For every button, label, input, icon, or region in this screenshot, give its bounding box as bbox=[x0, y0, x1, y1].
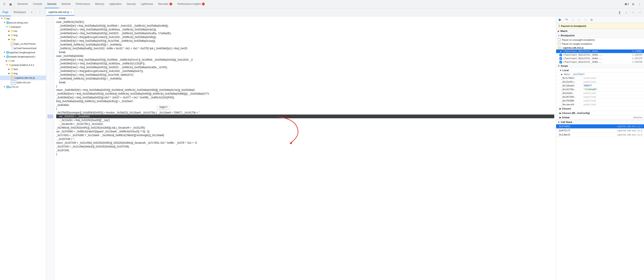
bp-checkbox-2[interactable] bbox=[560, 54, 562, 56]
code-line-3: _0x4639e5['mu'] = this[_0x425d8a(0x553)]… bbox=[56, 28, 554, 32]
local-scope-header[interactable]: ▼ Local bbox=[556, 68, 644, 72]
folder-icon: 📁 bbox=[11, 72, 14, 75]
call-stack-header[interactable]: ▼ Call Stack bbox=[556, 120, 644, 124]
tab-performance-insights[interactable]: Performance insights 🔴 bbox=[175, 0, 208, 8]
code-line-18: } bbox=[56, 84, 554, 88]
deactivate-breakpoints-button[interactable]: ⊘ bbox=[589, 18, 594, 22]
tab-security[interactable]: Security bbox=[124, 0, 138, 8]
tree-item-captcha1[interactable]: ▼ 🌐 captcha1.fengkongcloud bbox=[0, 50, 46, 54]
code-line-0: break; bbox=[56, 16, 554, 20]
this-arrow-icon: ▶ bbox=[561, 73, 563, 76]
breakpoint-item-3[interactable]: (function(_0x2c2fc5,_0x0x... 1:181379 bbox=[556, 57, 644, 60]
tree-item-css[interactable]: ▶ 📁 css bbox=[0, 29, 46, 33]
pause-caught-checkbox[interactable] bbox=[558, 42, 560, 45]
folder-icon: 📁 bbox=[8, 63, 12, 67]
this-val[interactable]: _0x379d2f bbox=[572, 73, 585, 76]
settings-button[interactable]: ⚙ bbox=[630, 1, 636, 7]
tab-elements[interactable]: Elements bbox=[15, 0, 30, 8]
bp-checkbox-1[interactable] bbox=[560, 50, 562, 53]
folder-expand-icon: ▼ bbox=[1, 16, 3, 20]
call-stack-item-1[interactable]: _0x2fa022 captcha-sdk.min.js:1 bbox=[556, 124, 644, 128]
tree-item-passport[interactable]: ▼ 📁 passport bbox=[0, 25, 46, 29]
scope-arrow-icon: ▼ bbox=[558, 65, 560, 67]
breakpoint-item-2[interactable]: (function(_0x2c2fc5,_0x0x... 1:180154 bbox=[556, 53, 644, 57]
code-line-4: _0x4639e5['ww'] = this[_0x425d8a(0x553)]… bbox=[56, 32, 554, 35]
search-in-file-button[interactable]: ⌕ bbox=[624, 10, 629, 15]
pause-uncaught-row[interactable]: Pause on uncaught exceptions bbox=[556, 38, 644, 42]
code-scrollable[interactable]: - - - - - - - - - - - - - - - - - bbox=[46, 16, 556, 280]
pause-caught-row[interactable]: Pause on caught exceptions bbox=[556, 42, 644, 46]
step-out-button[interactable]: ↑ bbox=[577, 18, 581, 22]
pause-uncaught-checkbox[interactable] bbox=[558, 38, 560, 41]
step-into-button[interactable]: ↓ bbox=[570, 18, 575, 22]
call-stack-item-3[interactable]: _0x13be31 captcha-sdk.min.js:1 bbox=[556, 133, 644, 137]
code-line-22: this[_0x425d8a(0xa30)][_0x6f9c3c[_0x425d… bbox=[56, 100, 554, 103]
step-button[interactable]: → bbox=[583, 18, 588, 22]
watch-section-header[interactable]: ▶ Watch bbox=[556, 29, 644, 33]
tab-recorder[interactable]: Recorder 🔴 bbox=[156, 0, 175, 8]
code-panel: - - - - - - - - - - - - - - - - - bbox=[46, 16, 556, 280]
breakpoints-section-header[interactable]: ▼ Breakpoints bbox=[556, 33, 644, 38]
tree-item-captcha-sdk[interactable]: JS captcha-sdk.min.js bbox=[0, 76, 46, 80]
breakpoint-item-1[interactable]: (function(_0x2c2fc5,_0x0x... 1:178051 bbox=[556, 50, 644, 53]
subtab-more[interactable]: » bbox=[28, 8, 35, 16]
tree-item-style-css[interactable]: CSS style.min.css bbox=[0, 80, 46, 85]
var-key: _0x12a32c: bbox=[561, 80, 582, 83]
open-file-tab[interactable]: captcha-sdk.min.js × bbox=[46, 9, 74, 16]
tab-memory[interactable]: Memory bbox=[93, 0, 107, 8]
tab-network[interactable]: Network bbox=[59, 0, 73, 8]
scope-var-116ae9: _0x116ae9: 709677 bbox=[556, 84, 644, 88]
tab-lighthouse[interactable]: Lighthouse bbox=[138, 0, 156, 8]
var-key: _0x116ae9: bbox=[561, 84, 582, 87]
breakpoint-filename: JS captcha-sdk.min.js bbox=[556, 46, 644, 50]
folder-icon: 📁 bbox=[8, 25, 12, 29]
tree-item-pr-auto-build[interactable]: ▼ 📁 pr/auto-build/v1.0.4-1 bbox=[0, 63, 46, 67]
tab-sources[interactable]: Sources bbox=[45, 0, 59, 8]
step-over-button[interactable]: ↷ bbox=[564, 18, 569, 22]
tab-performance[interactable]: Performance bbox=[73, 0, 93, 8]
call-stack-item-2[interactable]: _0x472cf7 captcha-sdk.min.js:1 bbox=[556, 128, 644, 133]
bp-text-4: (function(_0x2c2fc5,_0x0x... bbox=[563, 60, 602, 63]
code-content[interactable]: break;case _0x6f9c3c['JGZBJ']: _0x4639e5… bbox=[54, 16, 556, 280]
tree-item-label: captcha-sdk.min.js bbox=[15, 76, 35, 80]
tree-item-js[interactable]: ▶ 📁 js bbox=[0, 37, 46, 42]
tab-application[interactable]: Application bbox=[107, 0, 124, 8]
breakpoint-item-4[interactable]: (function(_0x2c2fc5,_0x0x... 1:246768 bbox=[556, 60, 644, 64]
tree-item-img[interactable]: ▶ 📁 img bbox=[0, 33, 46, 37]
tree-item-jy17u[interactable]: ▼ 🌐 jy.17u.cn bbox=[0, 85, 46, 89]
tab-count-badge[interactable]: ▣ 2 bbox=[624, 1, 630, 7]
tab-console[interactable]: Console bbox=[30, 0, 45, 8]
subtab-menu[interactable]: ⋮ bbox=[36, 8, 44, 16]
code-line-28: , _0xcaece9 = _0x14175b || _0x12a32c; bbox=[56, 122, 554, 126]
close-tab-button[interactable]: × bbox=[70, 11, 72, 14]
tree-item-secure-elong[interactable]: ▼ 🌐 secure.elong.com bbox=[0, 20, 46, 25]
next-location-button[interactable]: → bbox=[637, 10, 643, 15]
closure2-scope-header[interactable]: ▶ Closure (88.../smConfig) bbox=[556, 111, 644, 115]
closure-scope-header[interactable]: ▶ Closure bbox=[556, 106, 644, 111]
more-options-button[interactable]: ⋮ bbox=[636, 1, 642, 7]
code-line-19: return _0x4639e5['tb'] = this[_0x425d8a(… bbox=[56, 88, 554, 92]
tree-item-font[interactable]: ▶ 📁 font bbox=[0, 67, 46, 71]
tree-item-img2[interactable]: ▶ 📁 img bbox=[0, 71, 46, 76]
device-toolbar-button[interactable]: ▣ bbox=[8, 1, 14, 7]
undock-button[interactable]: ⠿ bbox=[1, 1, 7, 7]
global-scope-header[interactable]: ▶ Global Window bbox=[556, 115, 644, 120]
code-line-15: _0x4639e5['dy'] = this[_0x425d8a(0x553)]… bbox=[56, 73, 554, 77]
tree-item-qrcode[interactable]: 📄 qrCode?sessionGuid bbox=[0, 46, 46, 50]
collapse-panel-button[interactable]: ❮ bbox=[617, 10, 622, 15]
tree-item-top[interactable]: ▼ 📁 top bbox=[0, 16, 46, 20]
subtab-page[interactable]: Page bbox=[0, 8, 11, 16]
code-line-29: _0x2460cd[_0x52262(0x9f1)][_0x52262(0x2b… bbox=[56, 126, 554, 130]
tree-item-crb[interactable]: ▶ 📁 crb bbox=[0, 59, 46, 63]
bp-checkbox-3[interactable] bbox=[560, 57, 562, 60]
bp-checkbox-4[interactable] bbox=[560, 61, 562, 63]
resume-button[interactable]: ▶ bbox=[558, 18, 562, 22]
scope-section-header[interactable]: ▼ Scope bbox=[556, 64, 644, 68]
file-tree-body[interactable]: ▼ 📁 top ▼ 🌐 secure.elong.com ▼ 📁 passpor… bbox=[0, 16, 46, 280]
var-key: _0xcaece9: bbox=[561, 103, 582, 106]
scope-this-row[interactable]: ▶ this: _0x379d2f bbox=[556, 72, 644, 76]
previous-location-button[interactable]: ← bbox=[630, 10, 636, 15]
subtab-workspace[interactable]: Workspace bbox=[11, 8, 28, 16]
tree-item-login-cn[interactable]: H login_cn.html?nextu bbox=[0, 42, 46, 46]
tree-item-castatic[interactable]: ▼ 🌐 castatic.fengkongcloud.c bbox=[0, 54, 46, 59]
